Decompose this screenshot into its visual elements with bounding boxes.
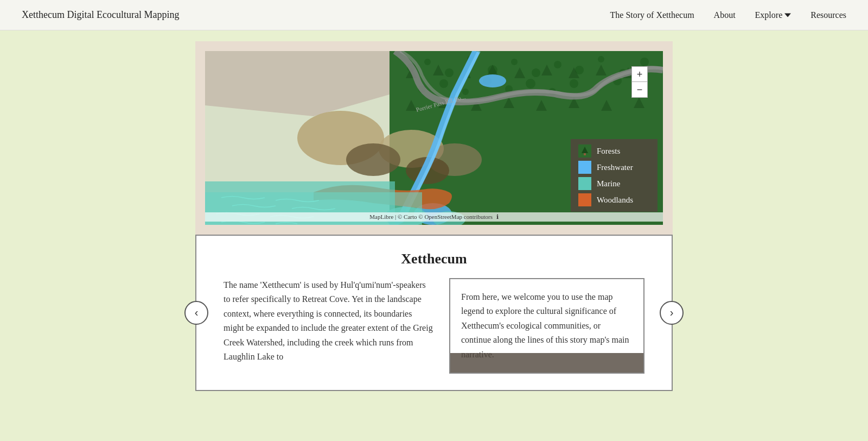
forests-swatch — [578, 144, 591, 158]
svg-point-8 — [511, 59, 518, 65]
svg-point-4 — [424, 59, 431, 65]
info-left-text: The name 'Xetthecum' is used by Hul'q'um… — [224, 280, 433, 361]
chevron-down-icon — [784, 12, 791, 18]
prev-button[interactable]: ‹ — [184, 301, 208, 325]
nav-story-link[interactable]: The Story of Xetthecum — [610, 10, 694, 20]
svg-point-48 — [479, 74, 506, 87]
info-right-column: From here, we welcome you to use the map… — [449, 278, 644, 374]
info-title: Xetthecum — [224, 251, 644, 267]
freshwater-swatch — [578, 161, 591, 174]
zoom-out-button[interactable]: − — [632, 82, 647, 97]
svg-point-46 — [346, 143, 400, 176]
info-columns: The name 'Xetthecum' is used by Hul'q'um… — [224, 278, 644, 374]
nav-resources-link[interactable]: Resources — [810, 10, 846, 20]
zoom-in-button[interactable]: + — [632, 67, 647, 82]
info-right-text: From here, we welcome you to use the map… — [461, 292, 629, 359]
marine-swatch — [578, 177, 591, 190]
nav-brand: Xetthecum Digital Ecocultural Mapping — [22, 9, 179, 21]
svg-point-16 — [439, 79, 448, 88]
legend-freshwater: Freshwater — [578, 161, 650, 174]
main-content: Porrier Pass Rd, Po... + − F — [0, 30, 868, 407]
svg-rect-57 — [584, 153, 586, 155]
legend-marine: Marine — [578, 177, 650, 190]
svg-point-22 — [570, 79, 578, 88]
freshwater-label: Freshwater — [597, 163, 633, 172]
map-area: Porrier Pass Rd, Po... + − F — [205, 51, 663, 225]
map-wrapper: Porrier Pass Rd, Po... + − F — [195, 41, 673, 235]
navigation: Xetthecum Digital Ecocultural Mapping Th… — [0, 0, 868, 30]
info-icon[interactable]: ℹ — [496, 213, 499, 220]
info-left-column: The name 'Xetthecum' is used by Hul'q'um… — [224, 278, 433, 374]
woodlands-label: Woodlands — [597, 196, 633, 205]
forest-icon — [578, 144, 591, 158]
legend-forests: Forests — [578, 144, 650, 158]
nav-links: The Story of Xetthecum About Explore Res… — [610, 10, 847, 20]
info-right-bottom-bar — [450, 353, 643, 373]
marine-label: Marine — [597, 179, 620, 188]
svg-point-9 — [532, 68, 540, 77]
map-legend: Forests Freshwater Marine Woodlands — [571, 139, 658, 212]
map-attribution: MapLibre | © Carto © OpenStreetMap contr… — [205, 212, 663, 222]
forests-label: Forests — [597, 147, 620, 156]
zoom-controls: + − — [631, 66, 648, 98]
svg-point-10 — [554, 61, 561, 68]
legend-woodlands: Woodlands — [578, 193, 650, 206]
next-button[interactable]: › — [660, 301, 684, 325]
info-section: ‹ › Xetthecum The name 'Xetthecum' is us… — [195, 235, 673, 391]
nav-explore-label: Explore — [755, 10, 783, 20]
woodlands-swatch — [578, 193, 591, 206]
svg-point-14 — [640, 58, 649, 66]
nav-about-link[interactable]: About — [714, 10, 736, 20]
svg-point-20 — [526, 79, 535, 89]
svg-point-5 — [445, 68, 454, 77]
nav-explore-link[interactable]: Explore — [755, 10, 792, 20]
svg-point-12 — [598, 56, 604, 62]
